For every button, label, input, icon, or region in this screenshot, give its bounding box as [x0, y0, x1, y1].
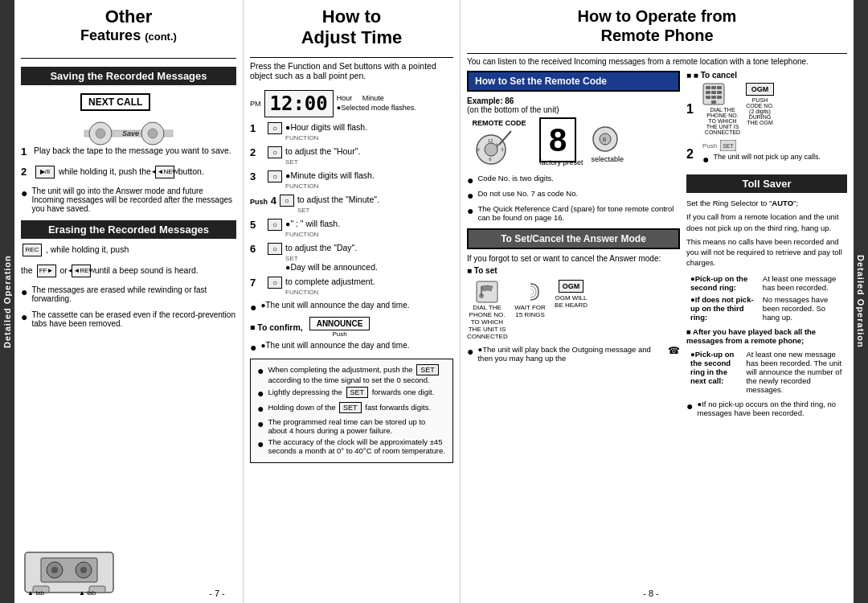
- svg-line-22: [499, 131, 511, 145]
- to-cancel-label: ■ ■ To cancel: [686, 71, 847, 80]
- set-btn-6[interactable]: ○: [268, 243, 282, 255]
- selectable-dial: 8: [592, 125, 620, 154]
- no-pickup-label: ●If does not pick-up on the third ring:: [688, 294, 759, 322]
- right-right-col: ■ ■ To cancel 1: [686, 71, 847, 420]
- adj-step-1: 1 ○ ●Hour digits will flash.FUNCTION: [250, 122, 453, 142]
- rew-button[interactable]: ◄◄REW: [72, 265, 91, 277]
- svg-rect-32: [711, 86, 716, 89]
- big-number-display: 8 factory preset: [539, 122, 583, 166]
- confirm-row: ■ To confirm, ANNOUNCE Push: [250, 317, 453, 338]
- main-content: Other Features (cont.) Saving the Record…: [14, 0, 854, 603]
- time-notes: Hour Minute ●Selected mode flashes.: [337, 94, 416, 113]
- svg-rect-36: [717, 91, 722, 94]
- svg-rect-37: [706, 96, 710, 99]
- page-container: Detailed Operation Other Features (cont.…: [0, 0, 868, 603]
- remote-code-visual: REMOTE CODE 12 3 6 9: [467, 119, 680, 169]
- rec-button[interactable]: REC: [23, 244, 42, 256]
- pickup-second2-val: At least one new message has been record…: [743, 349, 845, 395]
- to-set-steps: DIAL THE PHONE NO. TO WHICH THE UNIT IS …: [467, 280, 680, 340]
- adj-step-4: Push 4 ○ to adjust the "Minute".SET: [250, 195, 453, 214]
- middle-intro: Press the Function and Set buttons with …: [250, 61, 453, 80]
- to-set-label: ■ To set: [467, 266, 680, 275]
- erase-note-1: ● The messages are erased while rewindin…: [21, 285, 236, 303]
- erasing-section-header: Erasing the Recorded Messages: [21, 220, 236, 239]
- pickup-second-label: ●Pick-up on the second ring:: [688, 273, 759, 293]
- col-left: Other Features (cont.) Saving the Record…: [14, 0, 244, 603]
- answer-mode-section: To Set/Cancel the Answer Mode: [467, 228, 680, 249]
- cancel-step-2: 2 Push SET ●: [686, 140, 847, 168]
- cancel-step-1: 1: [686, 83, 847, 135]
- rings-icon: [518, 280, 542, 304]
- svg-rect-33: [717, 86, 722, 89]
- set-btn-2[interactable]: ○: [268, 146, 282, 158]
- toll-text-1: If you call from a remote location and t…: [686, 211, 847, 233]
- adj-step-6: 6 ○ to adjust the "Day".SET●Day will be …: [250, 243, 453, 272]
- svg-point-17: [485, 143, 497, 156]
- function-btn-5[interactable]: ○: [268, 219, 282, 231]
- confirm-note: ● ●The unit will announce the day and ti…: [250, 341, 453, 354]
- set-inline-2[interactable]: SET: [346, 387, 369, 398]
- right-sidebar: Detailed Operation: [854, 0, 868, 603]
- function-btn-7[interactable]: ○: [268, 277, 282, 289]
- svg-point-2: [96, 129, 105, 138]
- time-display-area: PM 12:00 Hour Minute ●Selected mode flas…: [250, 90, 453, 117]
- phone-icon-1: [475, 280, 499, 304]
- announce-button[interactable]: ANNOUNCE: [309, 317, 371, 330]
- remote-code-label: REMOTE CODE 12 3 6 9: [467, 119, 531, 169]
- function-btn-3[interactable]: ○: [268, 170, 282, 183]
- toll-saver-header: Toll Saver: [686, 174, 847, 193]
- pickup-second-val: At least one message has been recorded.: [760, 273, 845, 293]
- set-inline[interactable]: SET: [416, 364, 439, 375]
- erase-note-2: ● The cassette can be erased even if the…: [21, 310, 236, 328]
- svg-rect-35: [711, 91, 716, 94]
- bullet-note-2: ● Lightly depressing the SET forwards on…: [257, 387, 446, 400]
- set-inline-3[interactable]: SET: [339, 402, 362, 413]
- saving-step-2: 2 ▶/II while holding it, push the ◄◄NEW …: [21, 166, 236, 178]
- bullet-notes-box: ● When completing the adjustment, push t…: [250, 359, 453, 463]
- svg-rect-31: [706, 86, 710, 89]
- example-row: Example: 86 (on the bottom of the unit): [467, 96, 680, 114]
- col-middle: How to Adjust Time Press the Function an…: [244, 0, 461, 603]
- toll-text-2: This means no calls have been recorded a…: [686, 236, 847, 269]
- adj-step-5: 5 ○ ●" : " will flash.FUNCTION: [250, 219, 453, 238]
- next-call-illustration: NEXT CALL Save: [21, 90, 236, 141]
- svg-point-9: [51, 567, 58, 573]
- function-btn-1[interactable]: ○: [268, 122, 282, 134]
- toll-table-2: ●Pick-up on the second ring in the next …: [686, 347, 847, 396]
- svg-rect-27: [477, 281, 497, 302]
- adj-step-2: 2 ○ to adjust the "Hour".SET: [250, 146, 453, 166]
- svg-text:Save: Save: [122, 129, 139, 137]
- to-set-step-1: DIAL THE PHONE NO. TO WHICH THE UNIT IS …: [467, 280, 507, 340]
- col-left-title: Other Features (cont.): [21, 6, 236, 45]
- set-btn-4[interactable]: ○: [280, 195, 294, 207]
- right-left-col: How to Set the Remote Code Example: 86 (…: [467, 71, 680, 420]
- selectable-indicator: 8 selectable: [592, 125, 624, 163]
- next-call-badge: NEXT CALL: [80, 93, 150, 111]
- to-set-step-2: WAIT FOR 15 RINGS: [512, 280, 548, 318]
- left-sidebar: Detailed Operation: [0, 0, 14, 603]
- new-button[interactable]: ◄◄NEW: [155, 166, 174, 178]
- ff-button[interactable]: FF►: [37, 265, 56, 277]
- announce-note: ● ●The unit will announce the day and ti…: [250, 301, 453, 314]
- svg-text:12: 12: [488, 138, 493, 143]
- remote-code-section: How to Set the Remote Code: [467, 71, 680, 92]
- toll-row-3: ●Pick-up on the second ring in the next …: [688, 349, 845, 395]
- push-button-icon: SET: [720, 140, 736, 151]
- saving-section-header: Saving the Recorded Messages: [21, 67, 236, 85]
- code-note-1: ● Code No. is two digits.: [467, 174, 680, 187]
- playback-note: ● ●The unit will play back the Outgoing …: [467, 345, 680, 363]
- code-note-2: ● Do not use No. 7 as code No.: [467, 189, 680, 202]
- saving-note: ● The unit will go into the Answer mode …: [21, 187, 236, 213]
- col-middle-title: How to Adjust Time: [250, 6, 453, 49]
- toll-table: ●Pick-up on the second ring: At least on…: [686, 272, 847, 324]
- svg-point-11: [80, 567, 87, 573]
- col-right: How to Operate from Remote Phone You can…: [461, 0, 854, 603]
- playback-pause-button[interactable]: ▶/II: [35, 166, 55, 178]
- after-playback-label: ■ After you have played back all the mes…: [686, 327, 847, 345]
- no-pickup-val: No messages have been recorded. So hang …: [760, 294, 845, 322]
- to-set-step-3: OGM OGM WILL BE HEARD: [553, 280, 589, 309]
- time-digits: 12:00: [264, 90, 334, 117]
- bullet-note-3: ● Holding down of the SET fast forwards …: [257, 402, 446, 415]
- right-inner: How to Set the Remote Code Example: 86 (…: [467, 71, 847, 420]
- adj-step-3: 3 ○ ●Minute digits will flash.FUNCTION: [250, 170, 453, 190]
